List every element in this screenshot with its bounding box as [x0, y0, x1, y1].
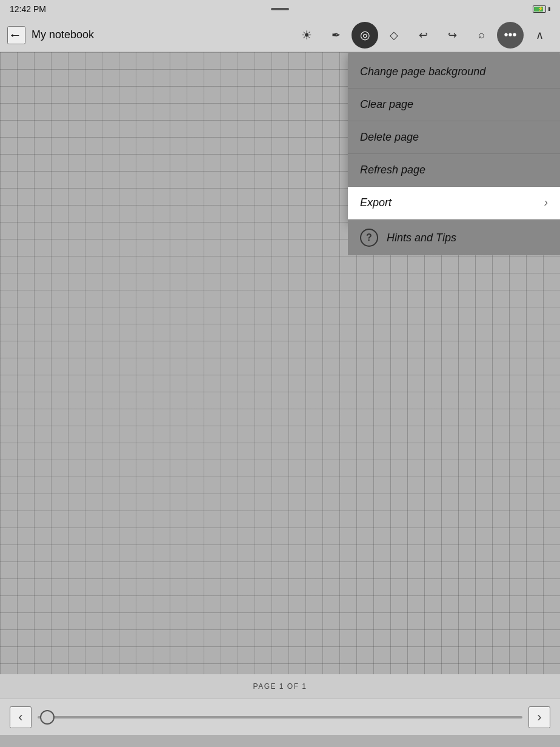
search-icon: ⌕ — [478, 28, 485, 41]
lasso-icon: ◎ — [360, 28, 370, 42]
page-indicator: PAGE 1 OF 1 — [0, 674, 560, 698]
prev-page-button[interactable]: ‹ — [10, 706, 32, 728]
pill-indicator — [271, 8, 289, 10]
redo-button[interactable]: ↪ — [439, 22, 465, 49]
brightness-button[interactable]: ☀ — [293, 22, 320, 49]
eraser-tool-button[interactable]: ◇ — [381, 22, 407, 49]
pen-tool-button[interactable]: ✒ — [322, 22, 349, 49]
battery-bolt: ⚡ — [538, 7, 544, 12]
more-options-button[interactable]: ••• — [497, 22, 524, 49]
redo-icon: ↪ — [448, 28, 457, 42]
chevron-up-icon: ∧ — [536, 28, 544, 42]
notebook-title: My notebook — [32, 28, 94, 41]
status-time: 12:42 PM — [10, 4, 46, 14]
dropdown-menu: Change page background Clear page Delete… — [348, 52, 560, 223]
bottom-nav: ‹ › — [0, 698, 560, 735]
page-text: PAGE 1 OF 1 — [253, 682, 307, 691]
eraser-icon: ◇ — [390, 28, 398, 42]
export-item[interactable]: Export › — [348, 187, 560, 219]
status-right: ⚡ — [533, 5, 550, 13]
collapse-button[interactable]: ∧ — [526, 22, 553, 49]
undo-icon: ↩ — [419, 28, 428, 42]
back-button[interactable]: ← — [7, 26, 25, 44]
refresh-page-item[interactable]: Refresh page — [348, 154, 560, 187]
delete-page-item[interactable]: Delete page — [348, 121, 560, 154]
next-arrow-icon: › — [537, 709, 541, 725]
canvas-area[interactable]: Change page background Clear page Delete… — [0, 52, 560, 674]
slider-thumb — [40, 710, 55, 725]
hints-and-tips-item[interactable]: ? Hints and Tips — [348, 219, 560, 255]
change-bg-item[interactable]: Change page background — [348, 56, 560, 89]
battery-body: ⚡ — [533, 5, 546, 13]
hints-label: Hints and Tips — [387, 232, 456, 244]
undo-button[interactable]: ↩ — [410, 22, 436, 49]
battery-tip — [548, 7, 550, 11]
pen-icon: ✒ — [332, 28, 341, 42]
more-icon: ••• — [504, 28, 516, 42]
toolbar: ← My notebook ☀ ✒ ◎ ◇ ↩ ↪ ⌕ ••• ∧ — [0, 18, 560, 52]
status-bar: 12:42 PM ⚡ — [0, 0, 560, 18]
clear-page-item[interactable]: Clear page — [348, 89, 560, 121]
toolbar-left: ← My notebook — [7, 26, 293, 44]
export-chevron-icon: › — [544, 196, 548, 209]
next-page-button[interactable]: › — [528, 706, 550, 728]
lasso-tool-button[interactable]: ◎ — [352, 22, 378, 49]
page-slider[interactable] — [38, 716, 522, 719]
sun-icon: ☀ — [301, 28, 312, 42]
toolbar-right: ☀ ✒ ◎ ◇ ↩ ↪ ⌕ ••• ∧ — [293, 22, 553, 49]
back-arrow-icon: ← — [8, 27, 22, 43]
battery-icon: ⚡ — [533, 5, 550, 13]
search-button[interactable]: ⌕ — [468, 22, 495, 49]
hints-icon: ? — [360, 229, 378, 247]
prev-arrow-icon: ‹ — [18, 709, 22, 725]
